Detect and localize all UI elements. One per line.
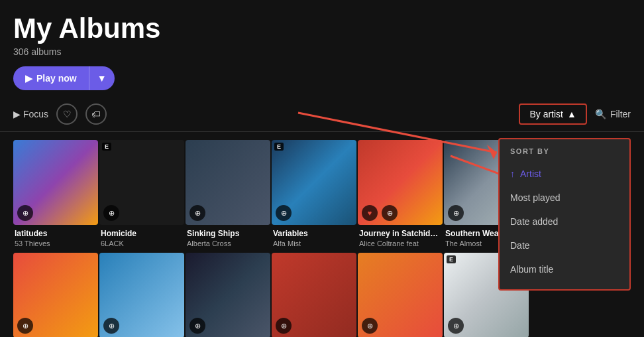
tag-filter-button[interactable]: 🏷 (85, 103, 107, 125)
album-card: ⊕ (358, 253, 443, 337)
album-thumbnail[interactable]: ⊕ (99, 253, 184, 337)
album-info: Sinking ShipsAlberta Cross (186, 229, 270, 247)
album-artist: Alfa Mist (273, 239, 355, 247)
album-thumbnail[interactable]: ⊕ (13, 140, 98, 225)
album-search-icon[interactable]: ⊕ (448, 205, 464, 221)
controls-row: ▶ Play now ▼ (13, 66, 631, 90)
album-info: latitudes53 Thieves (13, 229, 98, 247)
sort-option-date[interactable]: Date (500, 234, 629, 257)
album-card: ⊕ (13, 253, 98, 337)
album-name: latitudes (15, 229, 97, 238)
album-search-icon[interactable]: ⊕ (103, 205, 119, 221)
album-artist: 6LACK (101, 239, 183, 247)
album-info: Homicide6LACK (99, 229, 184, 247)
sort-option-label: Artist (520, 168, 541, 179)
album-search-icon[interactable]: ⊕ (362, 318, 378, 334)
sort-arrow-icon: ▲ (567, 109, 576, 119)
album-artist: Alberta Cross (187, 239, 269, 247)
page-title: My Albums (13, 13, 631, 44)
album-thumbnail[interactable]: ⊕ (13, 253, 98, 337)
album-search-icon[interactable]: ⊕ (189, 318, 205, 334)
sort-by-button[interactable]: By artist ▲ (519, 103, 586, 125)
explicit-badge: E (447, 255, 456, 263)
album-count: 306 albums (13, 46, 631, 57)
album-artist: Alice Coltrane feat (359, 239, 441, 247)
sort-dropdown: SORT BY ↑ArtistMost playedDate addedDate… (498, 138, 631, 291)
album-thumbnail[interactable]: ⊕ (186, 140, 270, 225)
page-header: My Albums 306 albums ▶ Play now ▼ (0, 0, 644, 97)
album-thumbnail[interactable]: E⊕ (99, 140, 184, 225)
sort-active-icon: ↑ (510, 168, 515, 179)
album-thumbnail[interactable]: E⊕ (272, 140, 356, 225)
explicit-badge: E (274, 143, 284, 151)
heart-icon[interactable]: ♥ (362, 205, 378, 221)
album-search-icon[interactable]: ⊕ (17, 205, 33, 221)
search-icon: 🔍 (595, 109, 606, 119)
sort-option-album-title[interactable]: Album title (500, 257, 629, 281)
album-info: VariablesAlfa Mist (272, 229, 356, 247)
album-search-icon[interactable]: ⊕ (382, 205, 398, 221)
toolbar-row: ▶ Focus ♡ 🏷 By artist ▲ 🔍 Filter (0, 97, 644, 132)
album-thumbnail[interactable]: ⊕ (272, 253, 356, 337)
chevron-right-icon: ▶ (13, 109, 21, 119)
album-search-icon[interactable]: ⊕ (189, 205, 205, 221)
album-card: E⊕Homicide6LACK (99, 140, 184, 247)
album-search-icon[interactable]: ⊕ (103, 318, 119, 334)
album-card: ⊕latitudes53 Thieves (13, 140, 98, 247)
album-search-icon[interactable]: ⊕ (448, 318, 464, 334)
filter-button[interactable]: 🔍 Filter (595, 109, 631, 119)
album-card: ⊕Sinking ShipsAlberta Cross (186, 140, 270, 247)
sort-option-artist[interactable]: ↑Artist (500, 162, 629, 186)
album-thumbnail[interactable]: ⊕ (358, 253, 443, 337)
album-search-icon[interactable]: ⊕ (276, 205, 292, 221)
play-button-group: ▶ Play now ▼ (13, 66, 115, 90)
sort-option-label: Most played (510, 192, 560, 203)
album-card: ⊕ (186, 253, 270, 337)
album-name: Sinking Ships (187, 229, 269, 238)
album-thumbnail[interactable]: ♥⊕ (358, 140, 443, 225)
sort-option-label: Album title (510, 264, 553, 275)
sort-option-date-added[interactable]: Date added (500, 210, 629, 234)
album-name: Homicide (101, 229, 183, 238)
album-card: ⊕ (99, 253, 184, 337)
album-search-icon[interactable]: ⊕ (276, 318, 292, 334)
album-name: Variables (273, 229, 355, 238)
sort-option-label: Date added (510, 216, 558, 227)
album-search-icon[interactable]: ⊕ (17, 318, 33, 334)
sort-option-most-played[interactable]: Most played (500, 186, 629, 210)
album-thumbnail[interactable]: ⊕ (186, 253, 270, 337)
album-card: ♥⊕Journey in SatchidanandaAlice Coltrane… (358, 140, 443, 247)
heart-filter-button[interactable]: ♡ (56, 103, 78, 125)
play-now-button[interactable]: ▶ Play now (13, 66, 89, 90)
sort-option-label: Date (510, 240, 530, 251)
album-artist: 53 Thieves (15, 239, 97, 247)
play-dropdown-button[interactable]: ▼ (89, 66, 115, 90)
album-card: E⊕VariablesAlfa Mist (272, 140, 356, 247)
album-info: Journey in SatchidanandaAlice Coltrane f… (358, 229, 443, 247)
album-card: ⊕ (272, 253, 356, 337)
focus-button[interactable]: ▶ Focus (13, 109, 48, 119)
sort-dropdown-header: SORT BY (500, 147, 629, 162)
album-name: Journey in Satchidananda (359, 229, 441, 238)
play-icon: ▶ (25, 73, 32, 84)
explicit-badge: E (102, 143, 111, 151)
